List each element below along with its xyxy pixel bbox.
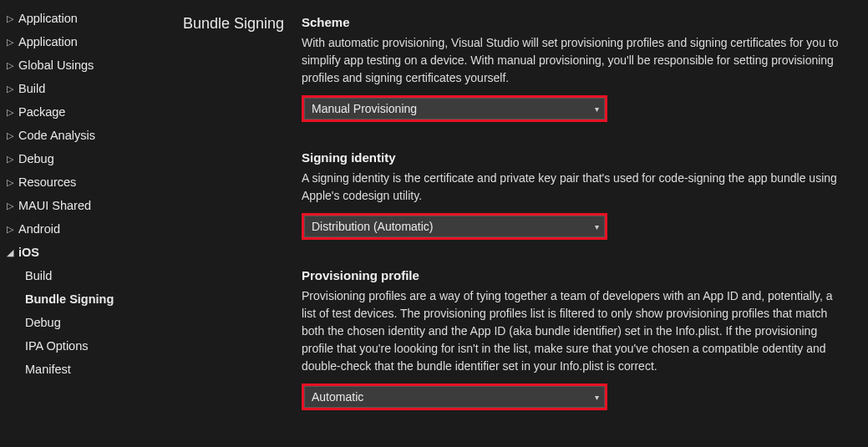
chevron-right-icon: ▷: [7, 201, 18, 211]
identity-description: A signing identity is the certificate an…: [302, 170, 843, 205]
scheme-highlight: Manual Provisioning ▾: [302, 95, 607, 122]
sidebar-item-ios-manifest[interactable]: Manifest: [0, 358, 171, 381]
sidebar-item-package[interactable]: ▷ Package: [0, 100, 171, 124]
sidebar-item-label: MAUI Shared: [18, 199, 91, 212]
sidebar-item-label: iOS: [18, 246, 39, 259]
sidebar-item-label: IPA Options: [25, 339, 89, 353]
sidebar-item-label: Build: [25, 269, 52, 282]
sidebar-item-label: Build: [18, 82, 45, 95]
chevron-right-icon: ▷: [7, 130, 18, 141]
profile-field-group: Provisioning profile Provisioning profil…: [302, 268, 843, 410]
chevron-right-icon: ▷: [7, 177, 18, 188]
profile-description: Provisioning profiles are a way of tying…: [302, 287, 843, 375]
scheme-select[interactable]: Manual Provisioning ▾: [304, 98, 605, 119]
sidebar-item-ios-bundle-signing[interactable]: Bundle Signing: [0, 287, 171, 311]
chevron-right-icon: ▷: [7, 37, 18, 48]
sidebar-item-global-usings[interactable]: ▷ Global Usings: [0, 53, 171, 77]
profile-title: Provisioning profile: [302, 268, 843, 282]
section-title: Bundle Signing: [171, 0, 297, 447]
chevron-down-icon: ◢: [7, 247, 18, 258]
sidebar-item-code-analysis[interactable]: ▷ Code Analysis: [0, 124, 171, 147]
sidebar-item-label: Debug: [18, 152, 54, 165]
content-panel: Scheme With automatic provisioning, Visu…: [297, 0, 868, 447]
sidebar-item-resources[interactable]: ▷ Resources: [0, 170, 171, 194]
caret-down-icon: ▾: [595, 104, 599, 114]
identity-field-group: Signing identity A signing identity is t…: [302, 150, 843, 240]
sidebar-item-ios[interactable]: ◢ iOS: [0, 241, 171, 264]
caret-down-icon: ▾: [595, 393, 599, 402]
identity-select-value: Distribution (Automatic): [312, 220, 434, 233]
identity-select[interactable]: Distribution (Automatic) ▾: [304, 216, 605, 237]
caret-down-icon: ▾: [595, 222, 599, 231]
chevron-right-icon: ▷: [7, 84, 18, 94]
sidebar-item-application-1[interactable]: ▷ Application: [0, 7, 171, 30]
chevron-right-icon: ▷: [7, 60, 18, 71]
chevron-right-icon: ▷: [7, 154, 18, 165]
sidebar-item-ios-debug[interactable]: Debug: [0, 311, 171, 334]
scheme-description: With automatic provisioning, Visual Stud…: [302, 34, 843, 87]
sidebar-item-application-2[interactable]: ▷ Application: [0, 30, 171, 53]
sidebar-item-debug[interactable]: ▷ Debug: [0, 147, 171, 170]
sidebar-item-build[interactable]: ▷ Build: [0, 77, 171, 100]
identity-highlight: Distribution (Automatic) ▾: [302, 213, 607, 240]
scheme-title: Scheme: [302, 15, 843, 29]
profile-select-value: Automatic: [312, 390, 363, 404]
scheme-field-group: Scheme With automatic provisioning, Visu…: [302, 15, 843, 122]
sidebar-item-label: Manifest: [25, 363, 71, 376]
sidebar-item-label: Android: [18, 222, 60, 236]
sidebar-item-label: Debug: [25, 316, 61, 329]
sidebar-item-ios-ipa-options[interactable]: IPA Options: [0, 334, 171, 358]
sidebar: ▷ Application ▷ Application ▷ Global Usi…: [0, 0, 171, 447]
sidebar-item-android[interactable]: ▷ Android: [0, 217, 171, 241]
sidebar-item-label: Package: [18, 105, 65, 119]
identity-title: Signing identity: [302, 150, 843, 165]
chevron-right-icon: ▷: [7, 13, 18, 24]
sidebar-item-label: Application: [18, 35, 78, 48]
sidebar-item-label: Application: [18, 12, 78, 25]
scheme-select-value: Manual Provisioning: [312, 102, 417, 115]
sidebar-item-label: Code Analysis: [18, 129, 95, 142]
sidebar-item-label: Bundle Signing: [25, 292, 114, 306]
sidebar-item-label: Global Usings: [18, 58, 94, 72]
sidebar-item-ios-build[interactable]: Build: [0, 264, 171, 287]
profile-select[interactable]: Automatic ▾: [304, 386, 605, 408]
chevron-right-icon: ▷: [7, 224, 18, 235]
chevron-right-icon: ▷: [7, 107, 18, 118]
sidebar-item-maui-shared[interactable]: ▷ MAUI Shared: [0, 194, 171, 217]
sidebar-item-label: Resources: [18, 175, 76, 189]
profile-highlight: Automatic ▾: [302, 384, 607, 410]
